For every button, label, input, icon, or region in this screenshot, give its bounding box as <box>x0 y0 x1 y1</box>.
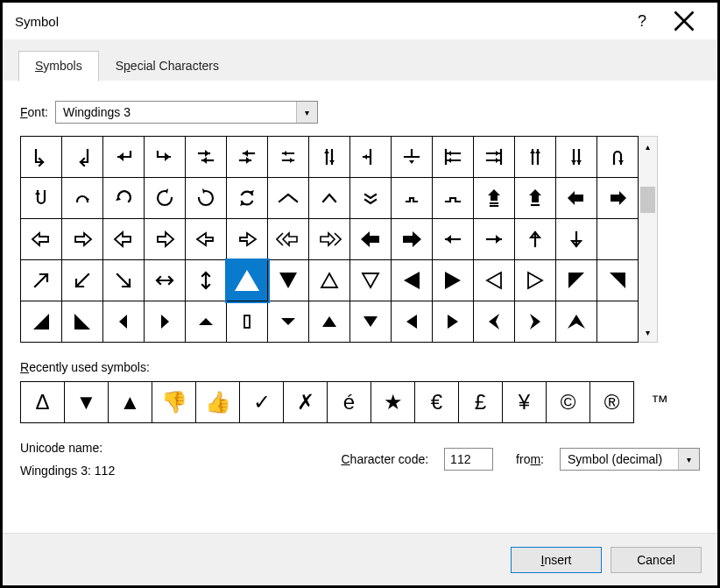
recent-overflow[interactable]: ™ <box>638 381 681 422</box>
tab-special-characters[interactable]: Special Characters <box>99 51 236 81</box>
symbol-cell-up-house-2[interactable] <box>515 178 556 219</box>
symbol-cell-right-arrow-hollow[interactable] <box>62 219 103 260</box>
recent-registered[interactable]: ® <box>590 382 634 423</box>
symbol-cell-triangle-up-filled[interactable] <box>227 260 268 301</box>
recent-copyright[interactable]: © <box>547 382 590 423</box>
symbol-cell-corner-br[interactable] <box>62 301 103 343</box>
charcode-input[interactable] <box>444 448 493 471</box>
symbol-cell-double-up[interactable] <box>515 137 556 178</box>
symbol-cell-branch-left[interactable] <box>350 137 392 178</box>
symbol-cell-tri-left-sm[interactable] <box>392 301 433 343</box>
symbol-cell-rect-outline[interactable] <box>227 301 268 343</box>
scroll-up-icon[interactable]: ▴ <box>639 137 657 156</box>
symbol-cell-caret-up-sm[interactable] <box>186 301 227 343</box>
symbol-cell-bracket-low[interactable] <box>392 178 433 219</box>
recent-yen[interactable]: ¥ <box>503 382 547 423</box>
symbol-cell-tri-up-sm[interactable] <box>309 301 350 343</box>
symbol-cell-branch-down[interactable] <box>392 137 433 178</box>
scroll-track[interactable] <box>639 156 657 322</box>
symbol-cell-caret-left[interactable] <box>103 301 145 343</box>
recent-triangle-up[interactable]: ▲ <box>109 382 152 423</box>
symbol-cell-chevron-up-bold[interactable] <box>556 301 597 343</box>
symbol-cell-arrow-se[interactable] <box>103 260 145 301</box>
recent-star[interactable]: ★ <box>371 382 415 423</box>
symbol-cell-rotate-ccw[interactable] <box>145 178 186 219</box>
symbol-cell-right-arrow-bold[interactable] <box>392 219 433 260</box>
symbol-cell-arrow-right-thin[interactable] <box>474 219 515 260</box>
tab-symbols[interactable]: Symbols <box>18 51 99 81</box>
chevron-down-icon[interactable]: ▾ <box>678 449 699 470</box>
symbol-cell-caret-down-sm[interactable] <box>268 301 309 343</box>
recent-delta[interactable]: Δ <box>21 382 65 423</box>
symbol-cell-up-house[interactable] <box>474 178 515 219</box>
close-button[interactable] <box>663 7 705 35</box>
symbol-cell-left-arrow-open[interactable] <box>556 178 597 219</box>
chevron-down-icon[interactable]: ▾ <box>296 102 317 123</box>
help-button[interactable]: ? <box>621 7 663 35</box>
symbol-cell-empty[interactable] <box>597 219 639 260</box>
recent-euro[interactable]: € <box>415 382 459 423</box>
recent-cross[interactable]: ✗ <box>284 382 328 423</box>
symbol-cell-u-turn-down[interactable] <box>597 137 639 178</box>
symbol-cell-right-arrow-twin[interactable] <box>309 219 350 260</box>
symbol-cell-caret-right[interactable] <box>145 301 186 343</box>
recent-check[interactable]: ✓ <box>240 382 284 423</box>
symbol-cell-right-arrow-hollow-3[interactable] <box>227 219 268 260</box>
symbol-cell-exchange[interactable] <box>268 137 309 178</box>
symbol-cell-arrow-down-thin[interactable] <box>556 219 597 260</box>
symbol-cell-right-arrow-hollow-2[interactable] <box>145 219 186 260</box>
symbol-cell-tri-right-sm[interactable] <box>433 301 474 343</box>
symbol-cell-triangle-down-outline[interactable] <box>350 260 392 301</box>
symbol-cell-left-arrow-hollow[interactable] <box>21 219 62 260</box>
symbol-cell-chevron-up-wide[interactable] <box>268 178 309 219</box>
recent-pound[interactable]: £ <box>459 382 503 423</box>
recent-triangle-down[interactable]: ▼ <box>65 382 109 423</box>
symbol-cell-triangle-right-outline[interactable] <box>515 260 556 301</box>
symbol-cell-arrow-up-thin[interactable] <box>515 219 556 260</box>
symbol-cell-triangle-right-filled[interactable] <box>433 260 474 301</box>
symbol-cell-double-down[interactable] <box>556 137 597 178</box>
insert-button[interactable]: Insert <box>511 547 602 573</box>
scroll-down-icon[interactable]: ▾ <box>639 322 657 342</box>
symbol-cell-left-tab[interactable] <box>433 137 474 178</box>
recent-thumbs-down[interactable]: 👎 <box>152 382 196 423</box>
symbol-cell-right-tab[interactable] <box>474 137 515 178</box>
symbol-cell-arrow-sw[interactable] <box>62 260 103 301</box>
symbol-cell-return-right[interactable] <box>145 137 186 178</box>
symbol-cell-bracket-low-2[interactable] <box>433 178 474 219</box>
cancel-button[interactable]: Cancel <box>611 547 702 573</box>
symbol-cell-arrow-ne[interactable] <box>21 260 62 301</box>
symbol-cell-left-arrow-bold[interactable] <box>350 219 392 260</box>
symbol-cell-corner-bl[interactable] <box>21 301 62 343</box>
symbol-cell-right-arrow-open[interactable] <box>597 178 639 219</box>
font-dropdown[interactable]: Wingdings 3 ▾ <box>55 101 318 124</box>
symbol-cell-empty[interactable] <box>597 301 639 343</box>
symbol-cell-arrow-left-thin[interactable] <box>433 219 474 260</box>
symbol-cell-refresh[interactable] <box>227 178 268 219</box>
symbol-cell-d-right-arrow-hook[interactable] <box>21 137 62 178</box>
symbol-cell-swap-under[interactable] <box>227 137 268 178</box>
symbol-cell-u-turn-up[interactable] <box>21 178 62 219</box>
symbol-cell-angle-left[interactable] <box>474 301 515 343</box>
symbol-cell-corner-tl[interactable] <box>597 260 639 301</box>
symbol-cell-chevron-down-thin[interactable] <box>350 178 392 219</box>
symbol-cell-rotate-cw[interactable] <box>186 178 227 219</box>
symbol-cell-tri-down-sm[interactable] <box>350 301 392 343</box>
symbol-cell-chevron-up[interactable] <box>309 178 350 219</box>
symbol-cell-up-down[interactable] <box>309 137 350 178</box>
symbol-cell-redo-small[interactable] <box>62 178 103 219</box>
symbol-cell-arrow-ud[interactable] <box>186 260 227 301</box>
recent-e-acute[interactable]: é <box>328 382 371 423</box>
from-dropdown[interactable]: Symbol (decimal) ▾ <box>560 448 700 471</box>
symbol-cell-corner-tr[interactable] <box>556 260 597 301</box>
symbol-cell-swap-over[interactable] <box>186 137 227 178</box>
symbol-cell-undo[interactable] <box>103 178 145 219</box>
symbol-cell-triangle-down-filled[interactable] <box>268 260 309 301</box>
symbol-cell-d-left-arrow-hook[interactable] <box>62 137 103 178</box>
symbol-cell-triangle-left-filled[interactable] <box>392 260 433 301</box>
symbol-cell-left-arrow-hollow-2[interactable] <box>103 219 145 260</box>
scrollbar[interactable]: ▴ ▾ <box>639 136 658 343</box>
scroll-thumb[interactable] <box>640 187 655 213</box>
symbol-cell-triangle-left-outline[interactable] <box>474 260 515 301</box>
symbol-cell-left-arrow-hollow-3[interactable] <box>186 219 227 260</box>
